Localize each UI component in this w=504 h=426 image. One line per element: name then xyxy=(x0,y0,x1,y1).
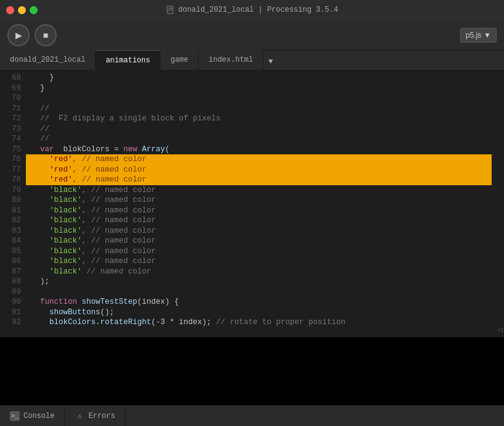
code-line-76: 'red', // named color xyxy=(26,154,492,165)
svg-rect-0 xyxy=(167,6,173,14)
code-content[interactable]: } } // // F2 display a single block of p… xyxy=(26,70,492,337)
tab-bar: donald_2021_local animations game index.… xyxy=(0,51,504,70)
console-tab[interactable]: >_ Console xyxy=(0,406,65,426)
play-button[interactable]: ▶ xyxy=(7,24,30,46)
tab-game[interactable]: game xyxy=(160,50,199,70)
code-line-91: showButtons(); xyxy=(26,307,492,318)
errors-tab[interactable]: ⚠ Errors xyxy=(65,406,125,426)
code-line-71: // xyxy=(26,104,492,114)
code-line-83: 'black', // named color xyxy=(26,226,492,236)
code-line-69: } xyxy=(26,83,492,94)
window-controls xyxy=(6,6,38,14)
tab-more-button[interactable]: ▼ xyxy=(263,54,278,70)
code-editor: 6869707172737475767778798081828384858687… xyxy=(0,70,504,337)
code-line-82: 'black', // named color xyxy=(26,215,492,226)
code-line-73: // xyxy=(26,124,492,135)
code-line-68: } xyxy=(26,73,492,83)
mode-button[interactable]: p5.js ▼ xyxy=(460,28,497,43)
code-line-88: ); xyxy=(26,277,492,287)
errors-label: Errors xyxy=(88,412,115,420)
code-line-79: 'black', // named color xyxy=(26,185,492,196)
code-line-89 xyxy=(26,287,492,298)
code-line-77: 'red', // named color xyxy=(26,165,492,175)
code-line-75: var blokColors = new Array( xyxy=(26,144,492,155)
warning-icon: ⚠ xyxy=(75,411,85,421)
maximize-button[interactable] xyxy=(30,6,38,14)
stop-icon: ■ xyxy=(43,30,48,40)
titlebar: donald_2021_local | Processing 3.5.4 xyxy=(0,0,504,20)
console-label: Console xyxy=(23,412,54,420)
code-line-90: function showTestStep(index) { xyxy=(26,297,492,307)
line-numbers: 6869707172737475767778798081828384858687… xyxy=(0,70,26,337)
code-line-72: // F2 display a single block of pixels xyxy=(26,114,492,124)
code-line-80: 'black', // named color xyxy=(26,195,492,206)
tab-donald[interactable]: donald_2021_local xyxy=(0,50,96,70)
code-line-74: // xyxy=(26,134,492,144)
console-icon: >_ xyxy=(10,411,20,421)
minimap-arrow: ◁ xyxy=(498,324,503,335)
code-line-92: blokColors.rotateRight(-3 * index); // r… xyxy=(26,317,492,328)
tab-indexhtml[interactable]: index.html xyxy=(199,50,263,70)
bottom-bar: >_ Console ⚠ Errors xyxy=(0,405,504,426)
toolbar: ▶ ■ p5.js ▼ xyxy=(0,20,504,51)
minimize-button[interactable] xyxy=(18,6,26,14)
code-line-84: 'black', // named color xyxy=(26,236,492,246)
code-line-78: 'red', // named color xyxy=(26,175,492,185)
output-area xyxy=(0,337,504,405)
mode-arrow: ▼ xyxy=(484,31,491,40)
play-icon: ▶ xyxy=(15,30,22,40)
stop-button[interactable]: ■ xyxy=(35,24,57,46)
code-line-81: 'black', // named color xyxy=(26,206,492,216)
code-line-70 xyxy=(26,93,492,104)
mode-label: p5.js xyxy=(466,31,481,40)
code-line-87: 'black' // named color xyxy=(26,267,492,277)
tab-animations[interactable]: animations xyxy=(96,50,160,70)
file-icon xyxy=(166,6,175,14)
code-line-85: 'black', // named color xyxy=(26,246,492,257)
minimap: ◁ xyxy=(492,70,504,337)
code-line-86: 'black', // named color xyxy=(26,256,492,267)
title-text: donald_2021_local | Processing 3.5.4 xyxy=(178,6,338,14)
window-title: donald_2021_local | Processing 3.5.4 xyxy=(166,6,338,14)
close-button[interactable] xyxy=(6,6,14,14)
